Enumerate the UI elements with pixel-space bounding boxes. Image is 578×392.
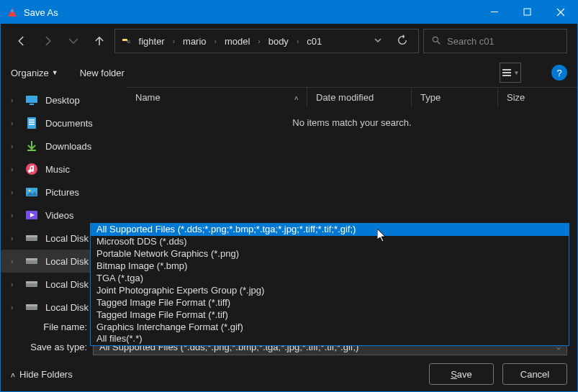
breadcrumb-fighter[interactable]: fighter <box>135 35 168 48</box>
sidebar-item-downloads[interactable]: ›Downloads <box>1 135 127 158</box>
sidebar-item-label: Videos <box>45 210 74 221</box>
column-headers: Nameʌ Date modified Type Size <box>127 87 577 107</box>
breadcrumb-mario[interactable]: mario <box>179 35 210 48</box>
svg-rect-9 <box>27 117 36 129</box>
app-icon <box>6 6 18 18</box>
filetype-option[interactable]: TGA (*.tga) <box>91 273 569 285</box>
svg-point-23 <box>35 262 36 263</box>
chevron-right-icon: › <box>11 188 18 196</box>
chevron-up-icon: ʌ <box>11 370 15 378</box>
chevron-down-icon: ▼ <box>52 69 58 76</box>
navigation-bar: « fighter › mario › model › body › c01 S… <box>1 24 577 58</box>
svg-rect-28 <box>26 304 37 306</box>
refresh-button[interactable] <box>391 35 414 48</box>
svg-rect-8 <box>30 104 34 105</box>
back-button[interactable] <box>11 30 32 52</box>
sidebar-item-documents[interactable]: ›Documents <box>1 111 127 135</box>
chevron-right-icon: › <box>11 234 18 242</box>
new-folder-button[interactable]: New folder <box>80 68 125 78</box>
breadcrumb-body[interactable]: body <box>265 35 292 48</box>
chevron-right-icon: › <box>295 37 300 45</box>
svg-point-29 <box>35 308 36 309</box>
hide-folders-button[interactable]: ʌHide Folders <box>11 369 73 380</box>
organize-button[interactable]: Organize▼ <box>11 68 58 78</box>
chevron-right-icon: › <box>11 165 18 173</box>
window-title: Save As <box>24 7 478 18</box>
disk-icon <box>25 255 38 268</box>
disk-icon <box>25 232 38 245</box>
disk-icon <box>25 301 38 312</box>
down-icon <box>25 140 38 152</box>
pic-icon <box>25 186 38 199</box>
filetype-option[interactable]: All files(*.*) <box>91 333 569 345</box>
recent-button[interactable] <box>63 30 84 52</box>
up-button[interactable] <box>89 30 110 52</box>
close-button[interactable] <box>544 1 577 24</box>
filetype-option[interactable]: Graphics Interchange Format (*.gif) <box>91 322 569 334</box>
filetype-option[interactable]: Tagged Image File Format (*.tiff) <box>91 297 569 309</box>
maximize-button[interactable] <box>511 1 544 24</box>
chevron-right-icon: › <box>213 37 218 45</box>
column-name[interactable]: Nameʌ <box>127 88 307 107</box>
sidebar-item-desktop[interactable]: ›Desktop <box>1 88 127 111</box>
filetype-option[interactable]: Joint Photographic Experts Group (*.jpg) <box>91 285 569 297</box>
svg-rect-7 <box>26 96 37 103</box>
filetype-dropdown[interactable]: All Supported Files (*.dds;*.png;*.bmp;*… <box>90 223 569 346</box>
desktop-icon <box>25 94 38 106</box>
save-as-dialog: Save As « fighter › mario › model › body… <box>0 0 578 392</box>
breadcrumb-model[interactable]: model <box>221 35 253 48</box>
svg-rect-22 <box>26 258 37 260</box>
chevron-right-icon: › <box>11 304 18 311</box>
svg-point-14 <box>26 163 37 175</box>
vid-icon <box>25 209 38 222</box>
svg-rect-10 <box>29 119 35 121</box>
sidebar-item-pictures[interactable]: ›Pictures <box>1 181 127 204</box>
svg-rect-25 <box>26 281 37 283</box>
column-size[interactable]: Size <box>497 88 577 107</box>
svg-point-16 <box>29 190 31 192</box>
filetype-option[interactable]: Microsoft DDS (*.dds) <box>91 236 569 248</box>
chevron-right-icon: › <box>11 211 18 219</box>
footer: ʌHide Folders Save Cancel <box>1 357 577 391</box>
filetype-option[interactable]: Bitmap Image (*.bmp) <box>91 260 569 273</box>
filetype-option[interactable]: Tagged Image File Format (*.tif) <box>91 309 569 322</box>
search-input[interactable]: Search c01 <box>423 29 567 53</box>
search-icon <box>431 35 441 47</box>
sidebar-item-label: Downloads <box>45 141 91 152</box>
column-date[interactable]: Date modified <box>307 88 411 107</box>
address-bar[interactable]: « fighter › mario › model › body › c01 <box>114 29 419 53</box>
minimize-button[interactable] <box>478 1 511 24</box>
chevron-right-icon: › <box>11 96 18 104</box>
saveastype-label: Save as type: <box>1 342 87 352</box>
chevron-right-icon: › <box>11 281 18 288</box>
chevron-right-icon: › <box>256 37 261 45</box>
sidebar-item-label: Desktop <box>45 95 80 106</box>
column-type[interactable]: Type <box>411 88 497 107</box>
help-button[interactable]: ? <box>551 65 567 81</box>
address-dropdown-button[interactable] <box>368 36 388 47</box>
filename-label: File name: <box>1 322 87 332</box>
svg-rect-11 <box>29 122 35 123</box>
svg-rect-6 <box>502 75 511 76</box>
svg-rect-4 <box>502 69 511 70</box>
view-mode-button[interactable]: ▼ <box>500 63 521 83</box>
forward-button[interactable] <box>37 30 58 52</box>
sidebar-item-label: Documents <box>45 118 93 129</box>
filetype-option[interactable]: All Supported Files (*.dds;*.png;*.bmp;*… <box>91 224 569 236</box>
svg-rect-13 <box>27 150 36 151</box>
svg-rect-5 <box>502 72 511 73</box>
sort-indicator-icon: ʌ <box>294 94 298 101</box>
chevron-right-icon: › <box>11 142 18 150</box>
toolbar: Organize▼ New folder ▼ ? <box>1 58 577 87</box>
sidebar-item-label: Pictures <box>45 187 79 198</box>
cancel-button[interactable]: Cancel <box>502 363 567 385</box>
save-button[interactable]: Save <box>429 363 494 385</box>
sidebar-item-label: Music <box>45 164 70 175</box>
sidebar-item-music[interactable]: ›Music <box>1 158 127 181</box>
doc-icon <box>25 117 38 129</box>
titlebar: Save As <box>1 1 577 24</box>
svg-point-20 <box>35 239 36 240</box>
svg-point-26 <box>35 285 36 286</box>
filetype-option[interactable]: Portable Network Graphics (*.png) <box>91 248 569 260</box>
breadcrumb-c01[interactable]: c01 <box>303 35 325 48</box>
